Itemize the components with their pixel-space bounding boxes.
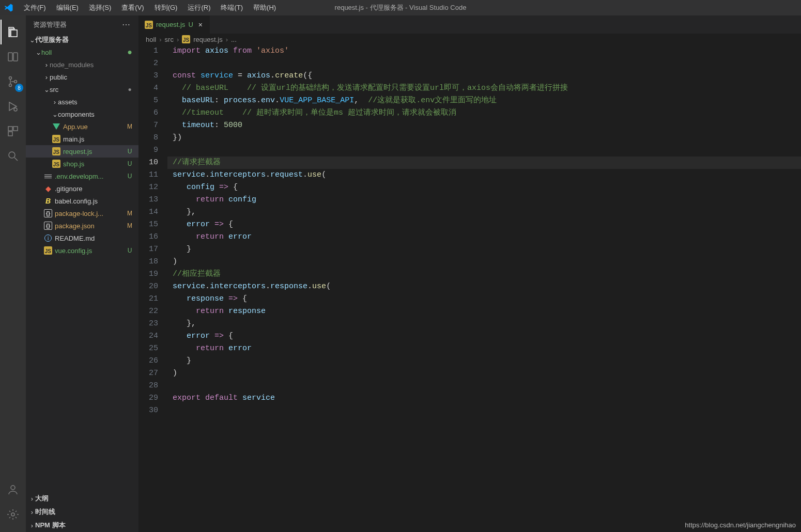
breadcrumb-item[interactable]: src [165, 36, 174, 43]
chevron-right-icon: › [29, 508, 35, 516]
git-dirty-dot-icon: ● [125, 86, 134, 93]
js-icon: JS [52, 135, 61, 143]
svg-point-4 [14, 81, 17, 83]
breadcrumb-item[interactable]: request.js [193, 36, 222, 43]
file-tree: ⌄ 代理服务器 ⌄ holl ● › node_modules › public… [26, 34, 138, 492]
activity-accounts[interactable] [1, 477, 25, 502]
file-env-dev[interactable]: .env.developm... U [26, 170, 138, 182]
chevron-right-icon: › [29, 495, 35, 503]
info-icon: i [43, 234, 53, 242]
menu-view[interactable]: 查看(V) [116, 1, 149, 14]
watermark-text: https://blog.csdn.net/jiangchengnihao [685, 521, 796, 529]
line-number-gutter: 1234567891011121314151617181920212223242… [138, 45, 167, 532]
breadcrumbs[interactable]: holl › src › JS request.js › ... [138, 34, 801, 45]
activity-source-control[interactable]: 8 [1, 69, 25, 94]
file-babel-config[interactable]: B babel.config.js [26, 195, 138, 207]
menu-select[interactable]: 选择(S) [84, 1, 116, 14]
chevron-down-icon: ⌄ [35, 49, 41, 56]
file-app-vue[interactable]: App.vue M [26, 120, 138, 133]
more-actions-icon[interactable]: ⋯ [122, 20, 131, 29]
titlebar: 文件(F) 编辑(E) 选择(S) 查看(V) 转到(G) 运行(R) 终端(T… [0, 0, 801, 15]
chevron-right-icon: › [43, 73, 50, 81]
activity-run-debug[interactable] [1, 94, 25, 119]
chevron-down-icon: ⌄ [52, 111, 58, 118]
git-dirty-dot-icon: ● [125, 48, 134, 56]
chevron-right-icon: › [29, 522, 35, 529]
editor-tabs: JS request.js U × [138, 15, 801, 34]
project-root[interactable]: ⌄ 代理服务器 [26, 34, 138, 46]
file-readme[interactable]: i README.md [26, 232, 138, 244]
js-icon: JS [52, 147, 61, 155]
menu-edit[interactable]: 编辑(E) [51, 1, 84, 14]
svg-point-5 [14, 108, 17, 111]
folder-src[interactable]: ⌄ src ● [26, 83, 138, 96]
activitybar: 8 [0, 15, 26, 532]
file-shop-js[interactable]: JS shop.js U [26, 158, 138, 170]
sidebar-explorer: 资源管理器 ⋯ ⌄ 代理服务器 ⌄ holl ● › node_modules … [26, 15, 138, 532]
sidebar-bottom-panels: › 大纲 › 时间线 › NPM 脚本 [26, 492, 138, 532]
code-editor[interactable]: 1234567891011121314151617181920212223242… [138, 45, 801, 532]
chevron-right-icon: › [177, 36, 179, 43]
sidebar-header: 资源管理器 ⋯ [26, 15, 138, 34]
git-status: U [125, 160, 134, 167]
git-status: M [125, 123, 134, 130]
breadcrumb-item[interactable]: holl [146, 36, 156, 43]
activity-explorer[interactable] [1, 20, 25, 44]
file-gitignore[interactable]: ◆ .gitignore [26, 182, 138, 195]
vscode-logo-icon [4, 3, 13, 12]
git-status: M [125, 222, 134, 229]
git-status: U [125, 247, 134, 254]
folder-components[interactable]: ⌄ components [26, 108, 138, 120]
git-status: U [125, 148, 134, 155]
breadcrumb-item[interactable]: ... [231, 36, 237, 43]
tab-request-js[interactable]: JS request.js U × [138, 15, 210, 34]
folder-public[interactable]: › public [26, 71, 138, 83]
svg-point-3 [9, 84, 12, 87]
file-main-js[interactable]: JS main.js [26, 133, 138, 145]
folder-node-modules[interactable]: › node_modules [26, 58, 138, 71]
menu-run[interactable]: 运行(R) [182, 1, 215, 14]
project-name: 代理服务器 [35, 35, 134, 44]
chevron-right-icon: › [226, 36, 228, 43]
json-icon: {} [43, 222, 53, 230]
menu-terminal[interactable]: 终端(T) [215, 1, 248, 14]
activity-extensions[interactable] [1, 119, 25, 144]
file-package-lock[interactable]: {} package-lock.j... M [26, 207, 138, 220]
file-vue-config[interactable]: JS vue.config.js U [26, 244, 138, 257]
sidebar-title: 资源管理器 [33, 20, 67, 29]
folder-label: holl [41, 49, 125, 56]
menu-help[interactable]: 帮助(H) [248, 1, 281, 14]
babel-icon: B [43, 197, 53, 205]
json-icon: {} [43, 209, 53, 217]
svg-rect-6 [8, 127, 12, 131]
menubar: 文件(F) 编辑(E) 选择(S) 查看(V) 转到(G) 运行(R) 终端(T… [19, 1, 281, 14]
scm-badge: 8 [15, 84, 23, 92]
file-request-js[interactable]: JS request.js U [26, 145, 138, 158]
panel-npm-scripts[interactable]: › NPM 脚本 [26, 519, 138, 532]
close-icon[interactable]: × [196, 21, 205, 29]
js-icon: JS [43, 246, 53, 255]
chevron-down-icon: ⌄ [29, 36, 35, 44]
activity-search-icon[interactable] [1, 144, 25, 168]
activity-book-icon[interactable] [1, 44, 25, 69]
chevron-down-icon: ⌄ [43, 86, 50, 93]
svg-rect-7 [13, 127, 18, 131]
js-icon: JS [145, 21, 153, 29]
svg-rect-0 [8, 53, 12, 61]
panel-outline[interactable]: › 大纲 [26, 492, 138, 505]
menu-go[interactable]: 转到(G) [149, 1, 183, 14]
panel-timeline[interactable]: › 时间线 [26, 505, 138, 519]
folder-assets[interactable]: › assets [26, 96, 138, 108]
editor: JS request.js U × holl › src › JS reques… [138, 15, 801, 532]
activity-settings[interactable] [1, 502, 25, 527]
git-status: M [125, 210, 134, 217]
vue-icon [52, 123, 61, 130]
svg-point-11 [11, 513, 14, 516]
file-package-json[interactable]: {} package.json M [26, 220, 138, 232]
menu-file[interactable]: 文件(F) [19, 1, 51, 14]
folder-holl[interactable]: ⌄ holl ● [26, 46, 138, 58]
code-content[interactable]: import axios from 'axios' const service … [167, 45, 801, 532]
env-icon [43, 175, 53, 178]
svg-point-9 [9, 152, 15, 158]
chevron-right-icon: › [52, 98, 58, 106]
